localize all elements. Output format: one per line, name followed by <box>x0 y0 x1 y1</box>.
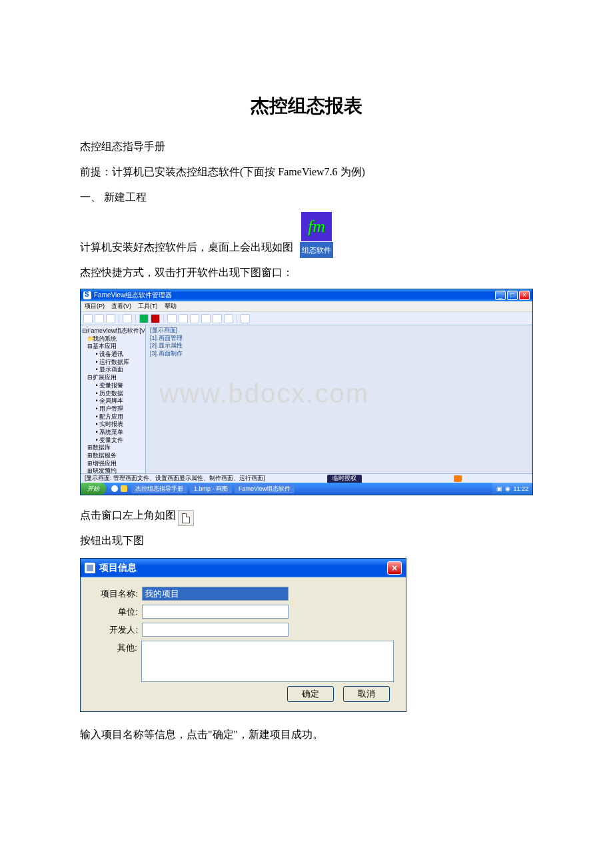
tree-item[interactable]: 配方应用 <box>99 413 123 420</box>
quicklaunch-icon[interactable] <box>121 485 127 492</box>
shortcut-instruction: 杰控快捷方式，双击打开软件出现下图窗口： <box>80 262 533 283</box>
tray-icon[interactable]: ◉ <box>505 485 510 492</box>
ok-button[interactable]: 确定 <box>287 686 334 702</box>
unit-field[interactable] <box>142 605 289 619</box>
tree-item[interactable]: 历史数据 <box>99 390 123 397</box>
dialog-titlebar: 项目信息 × <box>81 559 406 577</box>
menu-tools[interactable]: 工具(T) <box>138 302 158 311</box>
tool-icon[interactable] <box>179 314 188 323</box>
tool-icon[interactable] <box>213 314 222 323</box>
close-icon[interactable]: × <box>387 561 402 575</box>
tree-item[interactable]: 变量报警 <box>99 382 123 389</box>
clock: 11:22 <box>513 485 528 492</box>
label-unit: 单位: <box>93 605 142 618</box>
tree-item[interactable]: 设备通讯 <box>99 351 123 357</box>
app-logo-icon: fm <box>301 212 332 241</box>
menu-project[interactable]: 项目(P) <box>85 302 105 311</box>
tree-item[interactable]: 系统菜单 <box>99 429 123 435</box>
icon-caption: 组态软件 <box>300 242 333 258</box>
project-tree[interactable]: ⊟FameView组态软件[V7.60.4] 📁我的系统 ⊟基本应用 •设备通讯… <box>81 325 146 473</box>
app-icon <box>83 291 91 299</box>
window-title: FameView组态软件管理器 <box>94 291 172 300</box>
run-icon[interactable] <box>139 314 149 323</box>
taskbar-button[interactable]: 1.bmp - 画图 <box>190 484 232 493</box>
separator-icon <box>163 314 164 323</box>
new-file-icon[interactable] <box>83 314 93 323</box>
taskbar-button[interactable]: FameView组态软件 <box>235 484 295 493</box>
final-instruction: 输入项目名称等信息，点击"确定"，新建项目成功。 <box>80 724 533 745</box>
tool-icon[interactable] <box>167 314 177 323</box>
open-file-icon[interactable] <box>95 314 104 323</box>
print-icon[interactable] <box>123 314 132 323</box>
status-license: 临时授权 <box>327 475 362 483</box>
windows-taskbar: 开始 杰控组态指导手册 1.bmp - 画图 FameView组态软件 ▣ ◉ … <box>81 483 532 495</box>
save-icon[interactable] <box>106 314 115 323</box>
pane-header-line[interactable]: [1].画面管理 <box>150 335 528 343</box>
pane-header-title: [显示画面] <box>150 327 528 335</box>
center-pane: [显示画面] [1].画面管理 [2].显示属性 [3].画面制作 www.bd… <box>146 325 532 473</box>
start-button[interactable]: 开始 <box>81 483 106 495</box>
desktop-shortcut-icon: fm 组态软件 <box>296 212 337 258</box>
tree-root[interactable]: FameView组态软件[V7.60.4] <box>87 327 146 334</box>
new-document-icon <box>178 510 194 526</box>
dialog-title: 项目信息 <box>99 562 137 574</box>
separator-icon <box>135 314 136 323</box>
minimize-button[interactable]: _ <box>495 291 506 300</box>
status-text: [显示画面: 管理画面文件、设置画面显示属性、制作画面、运行画面] <box>85 475 265 483</box>
tree-item[interactable]: 数据服务 <box>93 452 117 459</box>
tree-item[interactable]: 扩展应用 <box>93 374 117 381</box>
section-1-heading: 一、 新建工程 <box>80 187 533 208</box>
other-field[interactable] <box>141 641 394 682</box>
tool-icon[interactable] <box>201 314 211 323</box>
tree-item[interactable]: 数据库 <box>93 444 111 451</box>
window-titlebar: FameView组态软件管理器 _ □ × <box>81 289 532 301</box>
system-tray: ▣ ◉ 11:22 <box>492 483 532 495</box>
guide-heading: 杰控组态指导手册 <box>80 136 533 157</box>
menu-help[interactable]: 帮助 <box>165 302 177 311</box>
maximize-button[interactable]: □ <box>507 291 518 300</box>
tool-bar <box>81 312 532 325</box>
taskbar-button[interactable]: 杰控组态指导手册 <box>131 484 187 493</box>
status-bar: [显示画面: 管理画面文件、设置画面显示属性、制作画面、运行画面] 临时授权 <box>81 473 532 483</box>
menu-view[interactable]: 查看(V) <box>111 302 131 311</box>
tree-item[interactable]: 实时报表 <box>99 421 123 427</box>
tree-item[interactable]: 变量文件 <box>99 437 123 443</box>
dialog-app-icon <box>85 563 95 573</box>
stop-icon[interactable] <box>151 314 160 323</box>
tree-item[interactable]: 增强应用 <box>93 460 117 467</box>
separator-icon <box>237 314 237 323</box>
separator-icon <box>119 314 119 323</box>
tool-icon[interactable] <box>224 314 233 323</box>
label-developer: 开发人: <box>93 623 142 636</box>
watermark-text: www.bdocx.com <box>159 379 369 409</box>
project-info-dialog: 项目信息 × 项目名称: 单位: 开发人: 其他: 确定 取消 <box>80 558 406 712</box>
label-other: 其他: <box>93 641 141 654</box>
button-below-text: 按钮出现下图 <box>80 530 533 551</box>
menu-bar: 项目(P) 查看(V) 工具(T) 帮助 <box>81 301 532 312</box>
tree-item[interactable]: 显示画面 <box>99 366 123 373</box>
cancel-button[interactable]: 取消 <box>343 686 390 702</box>
tree-item[interactable]: 全局脚本 <box>99 397 123 404</box>
after-install-text: 计算机安装好杰控软件后，桌面上会出现如图 <box>80 237 293 258</box>
tree-item[interactable]: 基本应用 <box>93 343 117 349</box>
page-title: 杰控组态报表 <box>80 93 533 119</box>
project-name-field[interactable] <box>142 587 289 601</box>
developer-field[interactable] <box>142 623 289 637</box>
close-button[interactable]: × <box>519 291 530 300</box>
click-corner-text: 点击窗口左上角如图 <box>80 505 176 526</box>
status-indicator-icon <box>454 475 462 482</box>
quicklaunch-icon[interactable] <box>111 485 118 492</box>
main-app-screenshot: FameView组态软件管理器 _ □ × 项目(P) 查看(V) 工具(T) … <box>80 289 533 495</box>
tool-icon[interactable] <box>190 314 199 323</box>
label-project-name: 项目名称: <box>93 587 142 600</box>
pane-header-line[interactable]: [2].显示属性 <box>150 342 528 350</box>
tree-item[interactable]: 用户管理 <box>99 405 123 412</box>
tool-icon[interactable] <box>241 314 250 323</box>
premise-text: 前提：计算机已安装杰控组态软件(下面按 FameView7.6 为例) <box>80 161 533 183</box>
tree-item[interactable]: 研发预约 <box>93 467 117 473</box>
pane-header-line[interactable]: [3].画面制作 <box>150 350 528 358</box>
tray-icon[interactable]: ▣ <box>496 485 502 492</box>
tree-item[interactable]: 我的系统 <box>93 335 117 342</box>
tree-item[interactable]: 运行数据库 <box>99 359 129 365</box>
